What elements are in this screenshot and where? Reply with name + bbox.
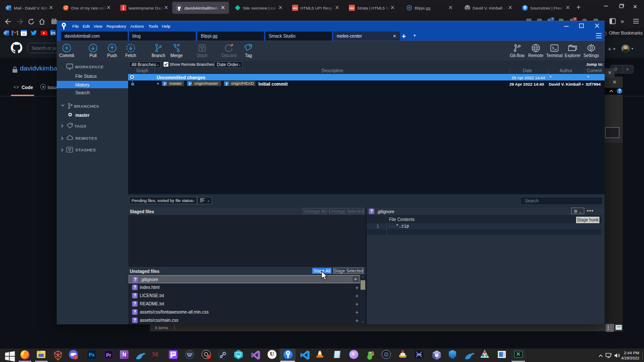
svg-text:31: 31: [22, 32, 26, 36]
svg-text:OTM: OTM: [416, 353, 421, 356]
svg-text:H5U: H5U: [350, 7, 354, 10]
svg-text:H5U: H5U: [293, 7, 298, 10]
